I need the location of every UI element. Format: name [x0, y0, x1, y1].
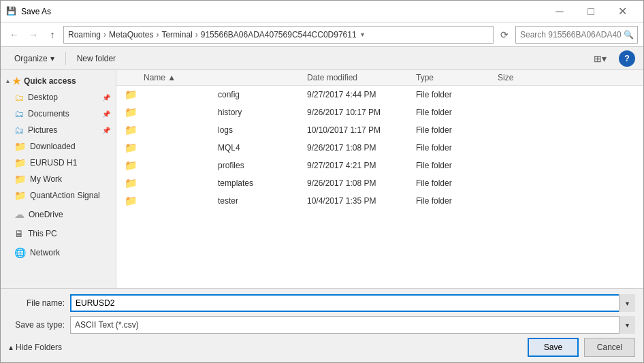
file-date-cell: 10/4/2017 1:35 PM: [307, 196, 416, 206]
window-controls: ─ □ ✕: [544, 1, 638, 22]
file-type-cell: File folder: [416, 143, 498, 153]
sidebar-item-documents[interactable]: 🗂 Documents 📌: [1, 106, 116, 122]
table-row[interactable]: 📁 profiles 9/27/2017 4:21 PM File folder: [116, 157, 643, 174]
forward-button[interactable]: →: [25, 27, 42, 43]
minimize-button[interactable]: ─: [544, 1, 575, 22]
col-header-date[interactable]: Date modified: [307, 73, 416, 82]
back-button[interactable]: ←: [6, 27, 22, 43]
view-toggle-button[interactable]: ⊞ ▾: [590, 50, 611, 67]
col-header-type[interactable]: Type: [416, 73, 498, 82]
sidebar-item-quantaction[interactable]: 📁 QuantAction Signal: [1, 187, 116, 204]
sidebar-item-quantaction-label: QuantAction Signal: [30, 191, 100, 200]
this-pc-section: 🖥 This PC: [1, 225, 116, 242]
file-name-text: profiles: [218, 161, 307, 170]
toolbar: Organize ▾ New folder ⊞ ▾ ?: [1, 47, 643, 70]
sidebar-item-desktop[interactable]: 🗂 Desktop 📌: [1, 89, 116, 106]
savetype-label: Save as type:: [9, 320, 70, 330]
table-row[interactable]: 📁 config 9/27/2017 4:44 PM File folder: [116, 86, 643, 104]
main-area: ▴ ★ Quick access 🗂 Desktop 📌 🗂 Documents…: [1, 70, 643, 288]
help-button[interactable]: ?: [619, 50, 635, 67]
dialog-icon: 💾: [6, 6, 17, 17]
file-date-cell: 9/26/2017 10:17 PM: [307, 108, 416, 117]
file-name-text: config: [218, 90, 307, 99]
search-wrapper: 🔍: [515, 26, 638, 44]
file-date-cell: 9/27/2017 4:21 PM: [307, 161, 416, 170]
file-name-cell: 📁 MQL4: [116, 142, 307, 154]
view-controls: ⊞ ▾: [590, 50, 611, 67]
refresh-button[interactable]: ⟳: [496, 27, 513, 43]
quick-access-collapse-arrow: ▴: [6, 78, 10, 84]
file-type-cell: File folder: [416, 125, 498, 135]
eurusd-folder-icon: 📁: [14, 157, 26, 168]
quantaction-folder-icon: 📁: [14, 190, 26, 201]
table-row[interactable]: 📁 history 9/26/2017 10:17 PM File folder: [116, 104, 643, 121]
sidebar-item-network-label: Network: [30, 248, 60, 257]
save-button[interactable]: Save: [528, 338, 579, 357]
cancel-button[interactable]: Cancel: [584, 338, 635, 357]
network-icon: 🌐: [14, 247, 26, 258]
file-date-cell: 10/10/2017 1:17 PM: [307, 125, 416, 135]
breadcrumb[interactable]: Roaming › MetaQuotes › Terminal › 915566…: [63, 26, 494, 44]
savetype-input[interactable]: [70, 316, 635, 334]
sidebar-item-mywork-label: My Work: [30, 174, 62, 184]
file-name-text: history: [218, 108, 307, 117]
dialog-title: Save As: [21, 7, 544, 16]
sidebar-item-pictures-label: Pictures: [28, 125, 57, 135]
sidebar-item-desktop-label: Desktop: [28, 93, 58, 102]
quick-access-header[interactable]: ▴ ★ Quick access: [1, 73, 116, 89]
table-row[interactable]: 📁 templates 9/26/2017 1:08 PM File folde…: [116, 174, 643, 192]
search-input[interactable]: [515, 26, 638, 44]
organize-arrow-icon: ▾: [50, 54, 54, 63]
breadcrumb-sep-2: ›: [156, 30, 159, 40]
file-date-cell: 9/27/2017 4:44 PM: [307, 90, 416, 99]
view-arrow-icon: ▾: [602, 53, 607, 64]
desktop-pin-icon: 📌: [102, 94, 110, 101]
table-row[interactable]: 📁 logs 10/10/2017 1:17 PM File folder: [116, 121, 643, 139]
sidebar-item-pictures[interactable]: 🗂 Pictures 📌: [1, 122, 116, 138]
file-type-cell: File folder: [416, 108, 498, 117]
col-size-label: Size: [498, 73, 513, 82]
up-button[interactable]: ↑: [44, 27, 61, 43]
quick-access-section: ▴ ★ Quick access 🗂 Desktop 📌 🗂 Documents…: [1, 73, 116, 204]
quick-access-icon: ★: [12, 76, 21, 86]
file-name-text: logs: [218, 125, 307, 135]
sidebar-item-onedrive-label: OneDrive: [29, 210, 63, 219]
new-folder-button[interactable]: New folder: [71, 51, 121, 66]
sidebar-item-onedrive[interactable]: ☁ OneDrive: [1, 206, 116, 223]
sidebar-item-my-work[interactable]: 📁 My Work: [1, 171, 116, 187]
organize-label: Organize: [14, 54, 48, 63]
file-date-cell: 9/26/2017 1:08 PM: [307, 178, 416, 188]
col-header-name[interactable]: Name ▲: [116, 73, 307, 82]
sidebar-item-this-pc-label: This PC: [28, 229, 57, 238]
mywork-folder-icon: 📁: [14, 174, 26, 185]
file-name-cell: 📁 profiles: [116, 159, 307, 172]
breadcrumb-sep-1: ›: [103, 30, 106, 40]
sidebar-item-eurusd-h1[interactable]: 📁 EURUSD H1: [1, 155, 116, 171]
filename-input[interactable]: [70, 294, 635, 312]
sidebar-item-network[interactable]: 🌐 Network: [1, 244, 116, 261]
folder-icon: 📁: [125, 124, 214, 136]
close-button[interactable]: ✕: [607, 1, 638, 22]
sidebar-item-this-pc[interactable]: 🖥 This PC: [1, 225, 116, 242]
table-row[interactable]: 📁 tester 10/4/2017 1:35 PM File folder: [116, 192, 643, 210]
col-type-label: Type: [416, 73, 434, 82]
downloaded-folder-icon: 📁: [14, 141, 26, 152]
col-header-size[interactable]: Size: [498, 73, 566, 82]
folder-icon: 📁: [125, 195, 214, 207]
organize-button[interactable]: Organize ▾: [9, 51, 60, 66]
col-date-label: Date modified: [307, 73, 357, 82]
file-name-cell: 📁 tester: [116, 195, 307, 207]
view-icon: ⊞: [594, 53, 602, 64]
hide-folders-button[interactable]: ▴ Hide Folders: [9, 343, 62, 352]
toolbar-separator: [65, 52, 66, 65]
table-row[interactable]: 📁 MQL4 9/26/2017 1:08 PM File folder: [116, 139, 643, 157]
this-pc-icon: 🖥: [14, 228, 24, 239]
col-name-label: Name: [144, 73, 165, 82]
file-name-text: tester: [218, 196, 307, 206]
documents-pin-icon: 📌: [102, 110, 110, 118]
filename-row: File name: ▾: [9, 294, 635, 312]
file-name-cell: 📁 logs: [116, 124, 307, 136]
sidebar-item-downloaded[interactable]: 📁 Downloaded: [1, 138, 116, 155]
maximize-button[interactable]: □: [575, 1, 607, 22]
network-section: 🌐 Network: [1, 244, 116, 261]
